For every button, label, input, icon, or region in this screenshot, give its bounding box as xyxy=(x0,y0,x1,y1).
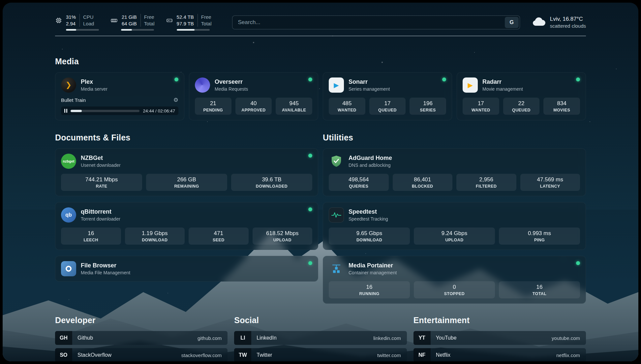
app-subtitle: Media File Management xyxy=(81,270,130,275)
bookmark-name: YouTube xyxy=(431,331,457,345)
qbittorrent-card[interactable]: qb qBittorrent Torrent downloader 16 LEE… xyxy=(55,202,318,250)
ram-labels: Free Total xyxy=(140,14,155,27)
bookmark-url: twitter.com xyxy=(377,348,407,361)
bookmark-url: github.com xyxy=(198,331,228,345)
app-subtitle: Media server xyxy=(81,86,107,92)
bookmark-twitter[interactable]: TW Twitter twitter.com xyxy=(234,348,407,361)
topbar: 31% 2.94 CPU Load xyxy=(55,14,586,31)
section-developer: Developer GH Github github.com SO StackO… xyxy=(55,316,228,361)
cpu-icon xyxy=(55,17,62,24)
speedtest-card[interactable]: Speedtest Speedtest Tracking 9.65 Gbps D… xyxy=(323,202,586,250)
bookmark-stackoverflow[interactable]: SO StackOverflow stackoverflow.com xyxy=(55,348,228,361)
stat-blocked: 86,401 BLOCKED xyxy=(393,174,453,191)
app-subtitle: Usenet downloader xyxy=(81,163,121,168)
bookmark-github[interactable]: GH Github github.com xyxy=(55,331,228,345)
section-utilities: Utilities xyxy=(323,133,586,304)
app-subtitle: Media Requests xyxy=(215,86,248,92)
bookmark-linkedin[interactable]: LI LinkedIn linkedin.com xyxy=(234,331,407,345)
status-dot xyxy=(308,261,312,265)
search-input[interactable] xyxy=(233,19,505,26)
stat-queued: 22 QUEUED xyxy=(503,98,540,115)
filebrowser-icon xyxy=(61,261,76,276)
status-dot xyxy=(308,207,312,211)
status-dot xyxy=(576,261,580,265)
weather-location: Lviv, 16.87°C xyxy=(550,16,586,22)
stat-upload: 9.24 Gbps UPLOAD xyxy=(414,228,495,245)
overseerr-icon xyxy=(195,77,210,93)
filebrowser-card[interactable]: File Browser Media File Management xyxy=(55,256,318,282)
disk-widget: 52.4 TB 97.9 TB Free Total xyxy=(166,14,212,31)
app-name: Speedtest xyxy=(349,208,388,215)
portainer-icon xyxy=(329,261,344,276)
ram-values: 21 GiB 64 GiB xyxy=(122,14,137,27)
app-name: Overseerr xyxy=(215,78,248,85)
app-name: qBittorrent xyxy=(81,208,120,215)
ram-icon xyxy=(110,17,118,24)
documents-section-title: Documents & Files xyxy=(55,133,318,142)
bookmark-url: youtube.com xyxy=(552,331,586,345)
now-playing-title: Bullet Train xyxy=(61,97,86,103)
radarr-card[interactable]: ▶ Radarr Movie management 17 WANTED xyxy=(457,72,586,120)
app-name: Sonarr xyxy=(349,78,390,85)
adguard-card[interactable]: AdGuard Home DNS and adblocking 498,564 … xyxy=(323,148,586,196)
sonarr-card[interactable]: ▶ Sonarr Series management 485 WANTED xyxy=(323,72,452,120)
stat-total: 16 TOTAL xyxy=(499,281,580,298)
plex-now-playing: Bullet Train ⚙ 24:44 / 02:06:47 xyxy=(61,97,178,115)
stat-downloaded: 39.6 TB DOWNLOADED xyxy=(231,174,312,191)
bookmark-url: linkedin.com xyxy=(373,331,407,345)
cpu-progress-bar xyxy=(66,29,99,31)
app-subtitle: Torrent downloader xyxy=(81,216,120,222)
bookmark-abbr: NF xyxy=(413,348,431,361)
app-name: Plex xyxy=(81,78,107,85)
stat-wanted: 17 WANTED xyxy=(463,98,499,115)
search-engine-button[interactable]: G xyxy=(505,17,519,28)
portainer-card[interactable]: Media Portainer Container management 16 … xyxy=(323,256,586,304)
status-dot xyxy=(442,77,446,81)
stat-download: 9.65 Gbps DOWNLOAD xyxy=(329,228,410,245)
app-name: Radarr xyxy=(482,78,523,85)
nzbget-icon: nzbget xyxy=(61,154,76,169)
playback-time: 24:44 / 02:06:47 xyxy=(143,108,175,113)
overseerr-card[interactable]: Overseerr Media Requests 21 PENDING 40 A… xyxy=(189,72,318,120)
gear-icon[interactable]: ⚙ xyxy=(173,97,178,104)
section-documents: Documents & Files nzbget NZBGet Usenet d… xyxy=(55,133,318,304)
bookmark-name: LinkedIn xyxy=(251,331,277,345)
seek-bar[interactable] xyxy=(71,110,139,112)
disk-progress-bar xyxy=(177,29,210,31)
section-media: Media ❯ Plex Media server Bullet Train xyxy=(55,57,586,120)
pause-icon[interactable] xyxy=(64,109,67,113)
social-section-title: Social xyxy=(234,316,407,325)
stat-approved: 40 APPROVED xyxy=(235,98,272,115)
bookmark-name: Twitter xyxy=(251,348,272,361)
bookmark-name: StackOverflow xyxy=(72,348,111,361)
sonarr-icon: ▶ xyxy=(329,77,344,93)
section-entertainment: Entertainment YT YouTube youtube.com NF … xyxy=(413,316,586,361)
app-name: Media Portainer xyxy=(349,262,397,269)
media-section-title: Media xyxy=(55,57,586,66)
bookmark-abbr: GH xyxy=(55,331,72,345)
bookmark-url: netflix.com xyxy=(556,348,586,361)
bookmark-netflix[interactable]: NF Netflix netflix.com xyxy=(413,348,586,361)
weather-widget: Lviv, 16.87°C scattered clouds xyxy=(532,16,586,29)
disk-labels: Free Total xyxy=(198,14,212,27)
plex-card[interactable]: ❯ Plex Media server Bullet Train ⚙ xyxy=(55,72,184,120)
stat-running: 16 RUNNING xyxy=(329,281,410,298)
search-bar[interactable]: G xyxy=(232,15,520,29)
bookmark-abbr: LI xyxy=(234,331,251,345)
stat-latency: 47.569 ms LATENCY xyxy=(520,174,580,191)
cloud-icon xyxy=(532,16,546,28)
developer-section-title: Developer xyxy=(55,316,228,325)
nzbget-card[interactable]: nzbget NZBGet Usenet downloader 744.21 M… xyxy=(55,148,318,196)
stat-available: 945 AVAILABLE xyxy=(276,98,312,115)
stat-remaining: 266 GB REMAINING xyxy=(146,174,227,191)
stat-download: 1.19 Gbps DOWNLOAD xyxy=(125,228,185,245)
stat-upload: 618.52 Mbps UPLOAD xyxy=(253,228,313,245)
app-name: AdGuard Home xyxy=(349,155,392,162)
bookmark-youtube[interactable]: YT YouTube youtube.com xyxy=(413,331,586,345)
stat-queued: 17 QUEUED xyxy=(369,98,406,115)
status-dot xyxy=(174,77,178,81)
bookmark-url: stackoverflow.com xyxy=(181,348,228,361)
stat-movies: 834 MOVIES xyxy=(543,98,580,115)
bookmark-name: Netflix xyxy=(431,348,450,361)
radarr-icon: ▶ xyxy=(463,77,478,93)
